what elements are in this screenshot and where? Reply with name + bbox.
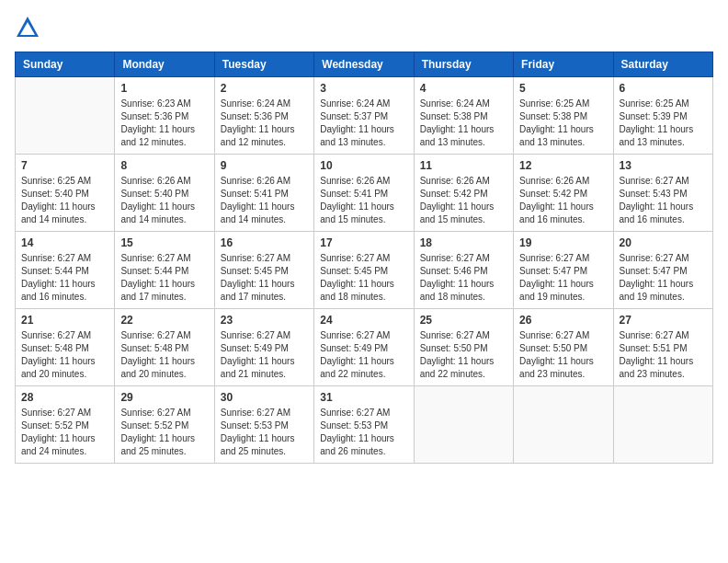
day-number: 11 xyxy=(420,159,507,172)
calendar-cell: 9Sunrise: 6:26 AMSunset: 5:41 PMDaylight… xyxy=(214,155,313,232)
weekday-header-tuesday: Tuesday xyxy=(214,52,313,77)
day-number: 19 xyxy=(519,236,607,249)
day-number: 10 xyxy=(320,159,407,172)
calendar-cell: 17Sunrise: 6:27 AMSunset: 5:45 PMDayligh… xyxy=(314,232,414,309)
calendar-cell: 20Sunrise: 6:27 AMSunset: 5:47 PMDayligh… xyxy=(613,232,712,309)
logo-icon xyxy=(15,15,40,40)
day-number: 9 xyxy=(221,159,308,172)
day-number: 17 xyxy=(320,236,407,249)
calendar-cell: 16Sunrise: 6:27 AMSunset: 5:45 PMDayligh… xyxy=(214,232,313,309)
page-header xyxy=(15,15,713,40)
calendar-cell: 25Sunrise: 6:27 AMSunset: 5:50 PMDayligh… xyxy=(414,309,513,386)
day-info: Sunrise: 6:25 AMSunset: 5:38 PMDaylight:… xyxy=(519,98,607,149)
calendar-cell: 30Sunrise: 6:27 AMSunset: 5:53 PMDayligh… xyxy=(214,386,313,464)
day-info: Sunrise: 6:27 AMSunset: 5:53 PMDaylight:… xyxy=(320,407,407,458)
calendar-cell xyxy=(16,77,115,155)
day-info: Sunrise: 6:27 AMSunset: 5:50 PMDaylight:… xyxy=(519,329,607,381)
day-number: 4 xyxy=(420,82,507,95)
day-number: 26 xyxy=(519,314,607,327)
calendar-cell: 26Sunrise: 6:27 AMSunset: 5:50 PMDayligh… xyxy=(514,309,613,386)
day-info: Sunrise: 6:23 AMSunset: 5:36 PMDaylight:… xyxy=(120,98,208,149)
calendar-cell: 4Sunrise: 6:24 AMSunset: 5:38 PMDaylight… xyxy=(414,77,513,155)
calendar-cell xyxy=(414,386,513,464)
day-number: 6 xyxy=(620,82,707,95)
day-info: Sunrise: 6:27 AMSunset: 5:44 PMDaylight:… xyxy=(21,252,108,304)
calendar-cell: 31Sunrise: 6:27 AMSunset: 5:53 PMDayligh… xyxy=(314,386,414,464)
day-number: 3 xyxy=(320,82,407,95)
day-info: Sunrise: 6:27 AMSunset: 5:49 PMDaylight:… xyxy=(320,329,407,381)
day-info: Sunrise: 6:24 AMSunset: 5:36 PMDaylight:… xyxy=(221,98,308,149)
day-info: Sunrise: 6:24 AMSunset: 5:37 PMDaylight:… xyxy=(320,98,407,149)
calendar-cell: 13Sunrise: 6:27 AMSunset: 5:43 PMDayligh… xyxy=(613,155,712,232)
day-number: 15 xyxy=(120,236,208,249)
calendar-cell: 5Sunrise: 6:25 AMSunset: 5:38 PMDaylight… xyxy=(514,77,613,155)
day-info: Sunrise: 6:27 AMSunset: 5:44 PMDaylight:… xyxy=(120,252,208,304)
day-number: 8 xyxy=(120,159,208,172)
day-info: Sunrise: 6:27 AMSunset: 5:45 PMDaylight:… xyxy=(221,252,308,304)
calendar-cell: 21Sunrise: 6:27 AMSunset: 5:48 PMDayligh… xyxy=(16,309,115,386)
calendar-cell: 27Sunrise: 6:27 AMSunset: 5:51 PMDayligh… xyxy=(613,309,712,386)
day-info: Sunrise: 6:26 AMSunset: 5:40 PMDaylight:… xyxy=(120,175,208,226)
calendar-cell: 1Sunrise: 6:23 AMSunset: 5:36 PMDaylight… xyxy=(115,77,214,155)
day-info: Sunrise: 6:27 AMSunset: 5:47 PMDaylight:… xyxy=(519,252,607,304)
logo xyxy=(15,15,44,40)
day-info: Sunrise: 6:27 AMSunset: 5:52 PMDaylight:… xyxy=(21,407,108,458)
calendar-cell: 10Sunrise: 6:26 AMSunset: 5:41 PMDayligh… xyxy=(314,155,414,232)
calendar-week-row: 14Sunrise: 6:27 AMSunset: 5:44 PMDayligh… xyxy=(16,232,713,309)
day-info: Sunrise: 6:26 AMSunset: 5:42 PMDaylight:… xyxy=(519,175,607,226)
day-number: 5 xyxy=(519,82,607,95)
day-info: Sunrise: 6:27 AMSunset: 5:45 PMDaylight:… xyxy=(320,252,407,304)
calendar-cell: 19Sunrise: 6:27 AMSunset: 5:47 PMDayligh… xyxy=(514,232,613,309)
weekday-header-thursday: Thursday xyxy=(414,52,513,77)
day-info: Sunrise: 6:27 AMSunset: 5:52 PMDaylight:… xyxy=(120,407,208,458)
calendar-cell: 2Sunrise: 6:24 AMSunset: 5:36 PMDaylight… xyxy=(214,77,313,155)
day-info: Sunrise: 6:24 AMSunset: 5:38 PMDaylight:… xyxy=(420,98,507,149)
day-info: Sunrise: 6:27 AMSunset: 5:51 PMDaylight:… xyxy=(620,329,707,381)
day-number: 27 xyxy=(620,314,707,327)
calendar-week-row: 7Sunrise: 6:25 AMSunset: 5:40 PMDaylight… xyxy=(16,155,713,232)
weekday-header-monday: Monday xyxy=(115,52,214,77)
calendar-cell: 8Sunrise: 6:26 AMSunset: 5:40 PMDaylight… xyxy=(115,155,214,232)
calendar-cell: 23Sunrise: 6:27 AMSunset: 5:49 PMDayligh… xyxy=(214,309,313,386)
day-info: Sunrise: 6:27 AMSunset: 5:43 PMDaylight:… xyxy=(620,175,707,226)
day-info: Sunrise: 6:25 AMSunset: 5:39 PMDaylight:… xyxy=(620,98,707,149)
calendar-cell: 28Sunrise: 6:27 AMSunset: 5:52 PMDayligh… xyxy=(16,386,115,464)
calendar-week-row: 1Sunrise: 6:23 AMSunset: 5:36 PMDaylight… xyxy=(16,77,713,155)
calendar-cell xyxy=(514,386,613,464)
day-info: Sunrise: 6:27 AMSunset: 5:53 PMDaylight:… xyxy=(221,407,308,458)
calendar-cell: 24Sunrise: 6:27 AMSunset: 5:49 PMDayligh… xyxy=(314,309,414,386)
calendar-cell: 18Sunrise: 6:27 AMSunset: 5:46 PMDayligh… xyxy=(414,232,513,309)
weekday-header-saturday: Saturday xyxy=(613,52,712,77)
day-info: Sunrise: 6:27 AMSunset: 5:50 PMDaylight:… xyxy=(420,329,507,381)
weekday-header-wednesday: Wednesday xyxy=(314,52,414,77)
day-info: Sunrise: 6:26 AMSunset: 5:42 PMDaylight:… xyxy=(420,175,507,226)
day-number: 12 xyxy=(519,159,607,172)
day-number: 29 xyxy=(120,391,208,404)
day-number: 16 xyxy=(221,236,308,249)
day-info: Sunrise: 6:27 AMSunset: 5:48 PMDaylight:… xyxy=(21,329,108,381)
day-number: 14 xyxy=(21,236,108,249)
calendar-cell: 12Sunrise: 6:26 AMSunset: 5:42 PMDayligh… xyxy=(514,155,613,232)
day-number: 25 xyxy=(420,314,507,327)
day-number: 21 xyxy=(21,314,108,327)
day-number: 30 xyxy=(221,391,308,404)
day-number: 7 xyxy=(21,159,108,172)
day-number: 24 xyxy=(320,314,407,327)
calendar-cell: 22Sunrise: 6:27 AMSunset: 5:48 PMDayligh… xyxy=(115,309,214,386)
day-number: 31 xyxy=(320,391,407,404)
calendar-week-row: 28Sunrise: 6:27 AMSunset: 5:52 PMDayligh… xyxy=(16,386,713,464)
day-number: 18 xyxy=(420,236,507,249)
day-number: 28 xyxy=(21,391,108,404)
day-number: 13 xyxy=(620,159,707,172)
day-info: Sunrise: 6:27 AMSunset: 5:48 PMDaylight:… xyxy=(120,329,208,381)
calendar-cell: 3Sunrise: 6:24 AMSunset: 5:37 PMDaylight… xyxy=(314,77,414,155)
day-number: 2 xyxy=(221,82,308,95)
weekday-header-friday: Friday xyxy=(514,52,613,77)
calendar-table: SundayMondayTuesdayWednesdayThursdayFrid… xyxy=(15,52,713,464)
day-info: Sunrise: 6:27 AMSunset: 5:49 PMDaylight:… xyxy=(221,329,308,381)
calendar-cell xyxy=(613,386,712,464)
day-info: Sunrise: 6:25 AMSunset: 5:40 PMDaylight:… xyxy=(21,175,108,226)
day-number: 23 xyxy=(221,314,308,327)
day-info: Sunrise: 6:27 AMSunset: 5:47 PMDaylight:… xyxy=(620,252,707,304)
day-number: 1 xyxy=(120,82,208,95)
